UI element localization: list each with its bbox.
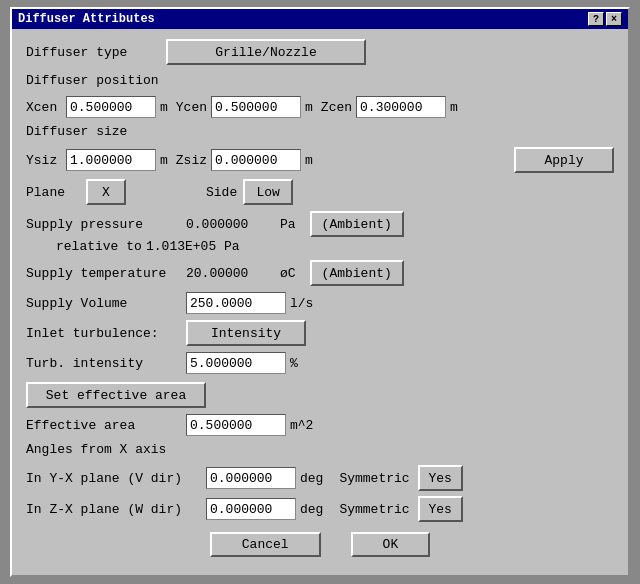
supply-temperature-ambient-button[interactable]: (Ambient) — [310, 260, 404, 286]
ok-button[interactable]: OK — [351, 532, 431, 557]
supply-temperature-unit: øC — [280, 266, 296, 281]
plane-value[interactable]: X — [86, 179, 126, 205]
main-window: Diffuser Attributes ? × Diffuser type Gr… — [10, 7, 630, 577]
zcen-unit: m — [450, 100, 458, 115]
ycen-label: Ycen — [176, 100, 207, 115]
yx-plane-input[interactable] — [206, 467, 296, 489]
zcen-label: Zcen — [321, 100, 352, 115]
turb-intensity-label: Turb. intensity — [26, 356, 186, 371]
set-effective-area-button[interactable]: Set effective area — [26, 382, 206, 408]
cancel-button[interactable]: Cancel — [210, 532, 321, 557]
ysiz-unit: m — [160, 153, 168, 168]
zsiz-unit: m — [305, 153, 313, 168]
supply-volume-unit: l/s — [290, 296, 313, 311]
bottom-buttons: Cancel OK — [26, 532, 614, 565]
close-button[interactable]: × — [606, 12, 622, 26]
supply-volume-label: Supply Volume — [26, 296, 186, 311]
inlet-turbulence-label: Inlet turbulence: — [26, 326, 186, 341]
diffuser-type-label: Diffuser type — [26, 45, 166, 60]
zx-plane-label: In Z-X plane (W dir) — [26, 502, 206, 517]
relative-value: 1.013E+05 Pa — [146, 239, 240, 254]
supply-temperature-value: 20.00000 — [186, 266, 276, 281]
ycen-input[interactable] — [211, 96, 301, 118]
diffuser-type-value[interactable]: Grille/Nozzle — [166, 39, 366, 65]
supply-pressure-ambient-button[interactable]: (Ambient) — [310, 211, 404, 237]
zx-plane-input[interactable] — [206, 498, 296, 520]
side-label: Side — [206, 185, 237, 200]
supply-pressure-label: Supply pressure — [26, 217, 186, 232]
window-title: Diffuser Attributes — [18, 12, 155, 26]
side-value[interactable]: Low — [243, 179, 293, 205]
yx-symmetric-label: Symmetric — [339, 471, 409, 486]
plane-label: Plane — [26, 185, 86, 200]
supply-volume-input[interactable] — [186, 292, 286, 314]
turb-intensity-input[interactable] — [186, 352, 286, 374]
zsiz-input[interactable] — [211, 149, 301, 171]
apply-button[interactable]: Apply — [514, 147, 614, 173]
help-button[interactable]: ? — [588, 12, 604, 26]
xcen-unit: m — [160, 100, 168, 115]
inlet-turbulence-value[interactable]: Intensity — [186, 320, 306, 346]
supply-temperature-label: Supply temperature — [26, 266, 186, 281]
diffuser-position-label: Diffuser position — [26, 73, 159, 88]
relative-to-label: relative to — [56, 239, 146, 254]
effective-area-unit: m^2 — [290, 418, 313, 433]
zcen-input[interactable] — [356, 96, 446, 118]
diffuser-size-label: Diffuser size — [26, 124, 127, 139]
zx-symmetric-label: Symmetric — [339, 502, 409, 517]
zx-plane-unit: deg — [300, 502, 323, 517]
effective-area-input[interactable] — [186, 414, 286, 436]
supply-pressure-value: 0.000000 — [186, 217, 276, 232]
ycen-unit: m — [305, 100, 313, 115]
yx-plane-unit: deg — [300, 471, 323, 486]
ysiz-input[interactable] — [66, 149, 156, 171]
title-bar: Diffuser Attributes ? × — [12, 9, 628, 29]
angles-label: Angles from X axis — [26, 442, 166, 457]
xcen-input[interactable] — [66, 96, 156, 118]
yx-plane-label: In Y-X plane (V dir) — [26, 471, 206, 486]
xcen-label: Xcen — [26, 100, 66, 115]
supply-pressure-unit: Pa — [280, 217, 296, 232]
title-bar-buttons: ? × — [588, 12, 622, 26]
zx-yes-button[interactable]: Yes — [418, 496, 463, 522]
turb-intensity-unit: % — [290, 356, 298, 371]
effective-area-label: Effective area — [26, 418, 186, 433]
ysiz-label: Ysiz — [26, 153, 66, 168]
zsiz-label: Zsiz — [176, 153, 207, 168]
yx-yes-button[interactable]: Yes — [418, 465, 463, 491]
